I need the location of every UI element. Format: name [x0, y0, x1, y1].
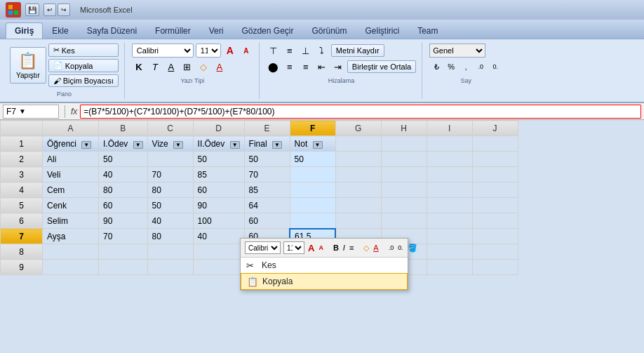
mini-increase-font-button[interactable]: A	[307, 241, 315, 254]
filter-btn-E1[interactable]: ▼	[272, 141, 282, 149]
underline-button[interactable]: A	[164, 60, 178, 74]
cell-A5[interactable]: Cenk	[43, 198, 99, 213]
row-header-1[interactable]: 1	[1, 136, 43, 152]
cell-C3[interactable]: 70	[147, 167, 193, 182]
cell-F4[interactable]	[290, 182, 335, 198]
cell-E1[interactable]: Final ▼	[244, 136, 290, 152]
currency-button[interactable]: ₺	[429, 60, 443, 74]
cell-D4[interactable]: 60	[193, 182, 244, 198]
cell-H1[interactable]	[381, 136, 427, 152]
redo-button[interactable]: ↪	[58, 4, 70, 16]
context-menu-item-kes[interactable]: ✂ Kes	[241, 258, 408, 273]
bicim-boyacisi-button[interactable]: 🖌 Biçim Boyacısı	[48, 74, 119, 87]
cell-F5[interactable]	[290, 198, 335, 213]
cell-D7[interactable]: 40	[193, 229, 244, 244]
cell-I9[interactable]	[427, 260, 472, 275]
cell-B9[interactable]	[99, 260, 148, 275]
decimal-up-button[interactable]: .0	[474, 60, 488, 74]
cell-D5[interactable]: 90	[193, 198, 244, 213]
undo-button[interactable]: ↩	[43, 4, 56, 16]
cell-D9[interactable]	[193, 260, 244, 275]
wrap-text-button[interactable]: ⤵	[315, 44, 329, 58]
decimal-down-button[interactable]: 0.	[488, 60, 502, 74]
cell-D2[interactable]: 50	[193, 152, 244, 167]
col-header-J[interactable]: J	[472, 121, 518, 136]
cell-C7[interactable]: 80	[147, 229, 193, 244]
align-top-button[interactable]: ⊤	[267, 44, 281, 58]
cell-G3[interactable]	[335, 167, 381, 182]
cell-J9[interactable]	[472, 260, 518, 275]
tab-ekle[interactable]: Ekle	[43, 22, 77, 39]
cell-A6[interactable]: Selim	[43, 213, 99, 229]
fill-color-button[interactable]: ◇	[196, 60, 210, 74]
cell-F3[interactable]	[290, 167, 335, 182]
cell-B2[interactable]: 50	[99, 152, 148, 167]
name-box[interactable]: F7 ▼	[3, 105, 59, 119]
cell-H6[interactable]	[381, 213, 427, 229]
cell-G5[interactable]	[335, 198, 381, 213]
cell-H3[interactable]	[381, 167, 427, 182]
font-color-button[interactable]: A	[213, 60, 227, 74]
row-header-6[interactable]: 6	[1, 213, 43, 229]
cell-I5[interactable]	[427, 198, 472, 213]
col-header-G[interactable]: G	[335, 121, 381, 136]
cell-G1[interactable]	[335, 136, 381, 152]
mini-fill-button[interactable]: 🪣	[407, 241, 418, 254]
cell-B4[interactable]: 80	[99, 182, 148, 198]
mini-decimal-down-button[interactable]: 0.	[397, 241, 404, 254]
cell-C4[interactable]: 80	[147, 182, 193, 198]
cell-A9[interactable]	[43, 260, 99, 275]
cell-I7[interactable]	[427, 229, 472, 244]
cell-E6[interactable]: 60	[244, 213, 290, 229]
cell-F6[interactable]	[290, 213, 335, 229]
filter-btn-A1[interactable]: ▼	[81, 141, 91, 149]
tab-gorunu[interactable]: Görünüm	[302, 22, 356, 39]
mini-bold-button[interactable]: B	[333, 241, 340, 254]
filter-btn-F1[interactable]: ▼	[313, 141, 323, 149]
bold-button[interactable]: K	[132, 60, 146, 74]
cell-B1[interactable]: I.Ödev ▼	[99, 136, 148, 152]
metni-kaydir-button[interactable]: Metni Kaydır	[331, 44, 384, 57]
col-header-D[interactable]: D	[193, 121, 244, 136]
filter-btn-D1[interactable]: ▼	[230, 141, 240, 149]
cell-A3[interactable]: Veli	[43, 167, 99, 182]
cell-C2[interactable]	[147, 152, 193, 167]
mini-font-select[interactable]: Calibri	[245, 241, 281, 254]
cell-D3[interactable]: 85	[193, 167, 244, 182]
cell-C9[interactable]	[147, 260, 193, 275]
mini-decrease-font-button[interactable]: A	[318, 241, 324, 254]
mini-decimal-up-button[interactable]: .0	[388, 241, 395, 254]
italic-button[interactable]: T	[148, 60, 162, 74]
tab-gozden-gecir[interactable]: Gözden Geçir	[232, 22, 302, 39]
kopyala-button[interactable]: 📄 Kopyala	[48, 59, 119, 72]
row-header-8[interactable]: 8	[1, 244, 43, 260]
cell-J4[interactable]	[472, 182, 518, 198]
cell-C5[interactable]: 50	[147, 198, 193, 213]
decrease-font-button[interactable]: A	[239, 44, 253, 58]
cell-J3[interactable]	[472, 167, 518, 182]
row-header-2[interactable]: 2	[1, 152, 43, 167]
font-select[interactable]: Calibri	[132, 44, 194, 58]
cell-A2[interactable]: Ali	[43, 152, 99, 167]
cell-F2[interactable]: 50	[290, 152, 335, 167]
mini-font-color-button[interactable]: A	[373, 241, 379, 254]
cell-H4[interactable]	[381, 182, 427, 198]
kes-button[interactable]: ✂ Kes	[48, 44, 119, 57]
save-button[interactable]: 💾	[25, 4, 39, 16]
col-header-C[interactable]: C	[147, 121, 193, 136]
tab-gelistirici[interactable]: Geliştirici	[356, 22, 409, 39]
col-header-A[interactable]: A	[43, 121, 99, 136]
tab-giris[interactable]: Giriş	[6, 22, 43, 39]
cell-B5[interactable]: 60	[99, 198, 148, 213]
cell-I2[interactable]	[427, 152, 472, 167]
tab-formuller[interactable]: Formüller	[146, 22, 200, 39]
cell-G4[interactable]	[335, 182, 381, 198]
cell-G2[interactable]	[335, 152, 381, 167]
context-menu-item-kopyala[interactable]: 📋 Kopyala	[241, 273, 408, 290]
tab-veri[interactable]: Veri	[200, 22, 233, 39]
row-header-9[interactable]: 9	[1, 260, 43, 275]
cell-D1[interactable]: II.Ödev ▼	[193, 136, 244, 152]
align-bottom-button[interactable]: ⊥	[299, 44, 313, 58]
col-header-E[interactable]: E	[244, 121, 290, 136]
align-middle-button[interactable]: ≡	[283, 44, 297, 58]
